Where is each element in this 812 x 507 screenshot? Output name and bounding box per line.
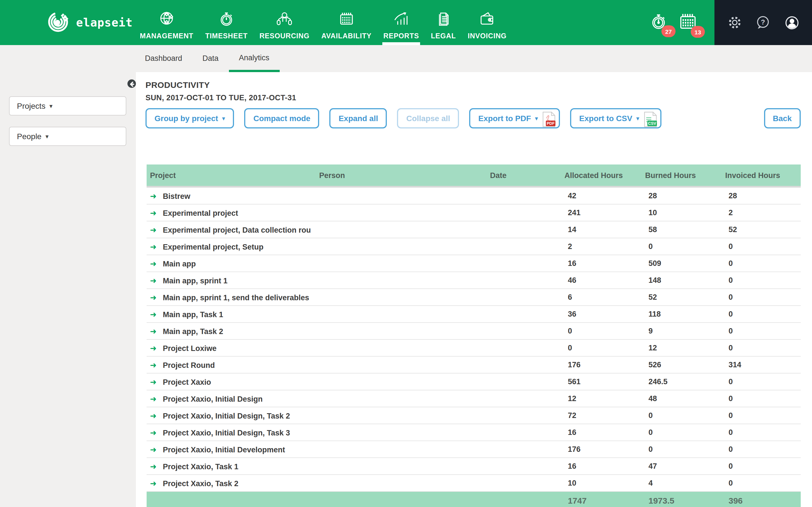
expand-row-arrow-icon[interactable]: ➜	[150, 394, 156, 403]
table-row[interactable]: ➜Project Xaxio, Initial Design 12 48 0	[147, 390, 801, 407]
project-name: Experimental project, Setup	[163, 242, 263, 251]
project-cell: ➜Experimental project	[147, 204, 316, 221]
expand-row-arrow-icon[interactable]: ➜	[150, 276, 156, 285]
account-panel: ?	[714, 0, 812, 45]
group-by-project-button[interactable]: Group by project ▾	[146, 108, 234, 128]
table-row[interactable]: ➜Project Xaxio, Initial Design, Task 3 1…	[147, 424, 801, 441]
allocated-hours-value: 16	[561, 424, 642, 441]
notification-area: 27 13	[650, 0, 713, 45]
expand-row-arrow-icon[interactable]: ➜	[150, 242, 156, 251]
burned-hours-value: 12	[642, 339, 722, 356]
invoiced-hours-value: 0	[722, 272, 801, 289]
table-row[interactable]: ➜Experimental project 241 10 2	[147, 204, 801, 221]
project-name: Main app, sprint 1, send the deliverable…	[163, 293, 309, 302]
expand-row-arrow-icon[interactable]: ➜	[150, 478, 156, 488]
allocated-hours-value: 0	[561, 323, 642, 339]
table-row[interactable]: ➜Project Round 176 526 314	[147, 356, 801, 373]
expand-row-arrow-icon[interactable]: ➜	[150, 411, 156, 420]
help-icon[interactable]: ?	[755, 14, 771, 31]
table-row[interactable]: ➜Main app, Task 2 0 9 0	[147, 323, 801, 339]
expand-row-arrow-icon[interactable]: ➜	[150, 343, 156, 352]
expand-row-arrow-icon[interactable]: ➜	[150, 462, 156, 471]
table-row[interactable]: ➜Project Xaxio, Initial Development 176 …	[147, 441, 801, 458]
table-row[interactable]: ➜Main app, Task 1 36 118 0	[147, 305, 801, 323]
invoiced-hours-value: 28	[722, 187, 801, 204]
col-invoiced-hours: Invoiced Hours	[722, 165, 801, 187]
tab-analytics[interactable]: Analytics	[229, 45, 280, 72]
back-button[interactable]: Back	[764, 108, 801, 128]
burned-hours-value: 9	[642, 323, 722, 339]
person-resources-icon	[276, 10, 293, 32]
table-row[interactable]: ➜Main app 16 509 0	[147, 255, 801, 272]
table-row[interactable]: ➜Main app, sprint 1 46 148 0	[147, 272, 801, 289]
expand-row-arrow-icon[interactable]: ➜	[150, 225, 156, 234]
expand-row-arrow-icon[interactable]: ➜	[150, 445, 156, 454]
timer-notifications-button[interactable]: 27	[650, 12, 669, 33]
tab-data[interactable]: Data	[192, 45, 229, 72]
expand-row-arrow-icon[interactable]: ➜	[150, 208, 156, 217]
table-row[interactable]: ➜Project Xaxio, Task 2 10 4 0	[147, 474, 801, 492]
invoiced-hours-value: 0	[722, 339, 801, 356]
projects-filter-dropdown[interactable]: Projects ▾	[9, 96, 126, 115]
collapse-sidebar-button[interactable]	[128, 79, 136, 88]
table-row[interactable]: ➜Experimental project, Setup 2 0 0	[147, 238, 801, 255]
table-row[interactable]: ➜Project Loxiwe 0 12 0	[147, 339, 801, 356]
burned-hours-value: 148	[642, 272, 722, 289]
nav-item-resourcing[interactable]: RESOURCING	[258, 0, 310, 45]
project-cell: ➜Project Xaxio	[147, 373, 316, 390]
nav-item-availability[interactable]: AVAILABILITY	[320, 0, 373, 45]
export-csv-button[interactable]: Export to CSV ▾ CSV	[570, 108, 661, 128]
csv-file-icon: CSV	[644, 111, 657, 129]
invoiced-hours-value: 52	[722, 221, 801, 238]
date-cell	[487, 187, 561, 204]
people-filter-dropdown[interactable]: People ▾	[9, 127, 126, 146]
expand-row-arrow-icon[interactable]: ➜	[150, 191, 156, 200]
nav-item-management[interactable]: MANAGEMENT	[139, 0, 195, 45]
brand-logo[interactable]: elapseit	[46, 0, 133, 45]
allocated-hours-value: 12	[561, 390, 642, 407]
expand-row-arrow-icon[interactable]: ➜	[150, 293, 156, 302]
expand-row-arrow-icon[interactable]: ➜	[150, 259, 156, 268]
person-cell	[316, 238, 487, 255]
table-row[interactable]: ➜Main app, sprint 1, send the deliverabl…	[147, 289, 801, 305]
expand-row-arrow-icon[interactable]: ➜	[150, 428, 156, 437]
expand-all-button[interactable]: Expand all	[329, 108, 387, 128]
invoiced-hours-value: 0	[722, 289, 801, 305]
allocated-hours-value: 14	[561, 221, 642, 238]
project-cell: ➜Main app, sprint 1	[147, 272, 316, 289]
project-cell: ➜Project Xaxio, Initial Development	[147, 441, 316, 458]
project-cell: ➜Project Xaxio, Initial Design	[147, 390, 316, 407]
allocated-hours-value: 176	[561, 441, 642, 458]
nav-label: INVOICING	[468, 32, 507, 40]
user-avatar-icon[interactable]	[783, 14, 801, 31]
table-row[interactable]: ➜Project Xaxio, Task 1 16 47 0	[147, 458, 801, 474]
expand-row-arrow-icon[interactable]: ➜	[150, 309, 156, 319]
calendar-notifications-button[interactable]: 13	[678, 11, 698, 34]
nav-item-legal[interactable]: LEGAL	[430, 0, 457, 45]
table-row[interactable]: ➜Bistrew 42 28 28	[147, 187, 801, 204]
expand-row-arrow-icon[interactable]: ➜	[150, 360, 156, 369]
date-cell	[487, 255, 561, 272]
compact-mode-button[interactable]: Compact mode	[245, 108, 319, 128]
date-cell	[487, 373, 561, 390]
table-row[interactable]: ➜Experimental project, Data collection r…	[147, 221, 801, 238]
expand-row-arrow-icon[interactable]: ➜	[150, 327, 156, 335]
tab-dashboard[interactable]: Dashboard	[135, 45, 192, 72]
invoiced-hours-value: 314	[722, 356, 801, 373]
col-allocated-hours: Allocated Hours	[561, 165, 642, 187]
nav-item-invoicing[interactable]: INVOICING	[467, 0, 508, 45]
total-burned: 1973.5	[642, 492, 722, 507]
date-cell	[487, 323, 561, 339]
project-cell: ➜Project Loxiwe	[147, 339, 316, 356]
table-row[interactable]: ➜Project Xaxio, Initial Design, Task 2 7…	[147, 407, 801, 424]
table-row[interactable]: ➜Project Xaxio 561 246.5 0	[147, 373, 801, 390]
settings-gear-icon[interactable]	[726, 14, 743, 31]
expand-row-arrow-icon[interactable]: ➜	[150, 377, 156, 386]
collapse-all-button[interactable]: Collapse all	[397, 108, 459, 128]
project-cell: ➜Main app, Task 2	[147, 323, 316, 339]
invoiced-hours-value: 0	[722, 238, 801, 255]
export-pdf-button[interactable]: Export to PDF ▾ PDF	[469, 108, 560, 128]
nav-item-reports[interactable]: REPORTS	[382, 0, 420, 45]
nav-item-timesheet[interactable]: TIMESHEET	[204, 0, 249, 45]
project-name: Experimental project	[163, 209, 238, 217]
